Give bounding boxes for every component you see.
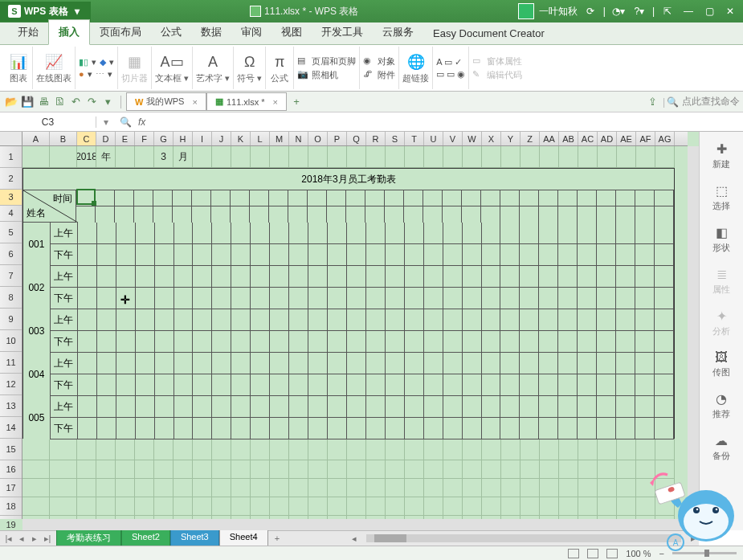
cell-AA15[interactable] [540, 439, 559, 460]
cell-I15[interactable] [193, 439, 212, 460]
attend-cell[interactable] [251, 223, 270, 244]
cell-C16[interactable] [77, 460, 96, 479]
cell-Y1[interactable] [501, 146, 521, 168]
attend-cell[interactable] [289, 396, 308, 418]
attend-cell[interactable] [193, 288, 212, 309]
cell-AG16[interactable] [655, 460, 675, 479]
attend-cell[interactable] [78, 309, 97, 331]
attend-cell[interactable] [212, 266, 231, 288]
cell-Z18[interactable] [521, 497, 540, 516]
date-header-H[interactable] [173, 206, 192, 223]
attend-cell[interactable] [231, 331, 251, 353]
cell-A18[interactable] [22, 497, 50, 516]
attend-cell[interactable] [212, 331, 231, 353]
cell-M16[interactable] [270, 460, 289, 479]
attend-cell[interactable] [155, 418, 174, 439]
attend-cell[interactable] [308, 266, 328, 288]
attend-cell[interactable] [443, 331, 463, 353]
attend-cell[interactable] [597, 331, 616, 353]
attend-cell[interactable] [443, 353, 463, 374]
attend-cell[interactable] [97, 288, 116, 309]
attend-cell[interactable] [212, 396, 231, 418]
cell-AE1[interactable] [617, 146, 636, 168]
date-header-P[interactable] [327, 206, 346, 223]
attend-cell[interactable] [597, 418, 616, 439]
row-header-1[interactable]: 1 [0, 146, 22, 168]
col-header-M[interactable]: M [270, 132, 289, 145]
date-header-D[interactable] [96, 206, 115, 223]
qat-button[interactable]: ↷ [84, 94, 100, 110]
add-doc-tab[interactable]: + [288, 94, 304, 110]
doc-tab[interactable]: ▦111.xlsx *× [206, 92, 287, 111]
cell-D15[interactable] [96, 439, 116, 460]
cell-X17[interactable] [482, 479, 501, 497]
attend-cell[interactable] [136, 374, 155, 396]
attend-cell[interactable] [578, 418, 597, 439]
attend-cell[interactable] [578, 331, 597, 353]
attend-cell[interactable] [386, 244, 405, 266]
date-header-D[interactable] [96, 190, 115, 206]
help-icon[interactable]: ?▾ [631, 3, 647, 19]
attend-cell[interactable] [116, 396, 136, 418]
attend-cell[interactable] [597, 244, 616, 266]
cell-S1[interactable] [386, 146, 405, 168]
row-header-17[interactable]: 17 [0, 479, 22, 497]
attend-cell[interactable] [308, 309, 328, 331]
attend-cell[interactable] [558, 309, 578, 331]
col-header-AA[interactable]: AA [540, 132, 559, 145]
col-header-AB[interactable]: AB [559, 132, 578, 145]
attend-cell[interactable] [78, 266, 97, 288]
attend-cell[interactable] [500, 244, 520, 266]
attend-cell[interactable] [231, 418, 251, 439]
attend-cell[interactable] [193, 374, 212, 396]
col-header-O[interactable]: O [308, 132, 328, 145]
zoom-label[interactable]: 100 % [626, 549, 651, 558]
cell-AC15[interactable] [578, 439, 598, 460]
date-header-K[interactable] [231, 206, 250, 223]
row-header-10[interactable]: 10 [0, 330, 22, 352]
cell-W17[interactable] [463, 479, 482, 497]
attend-cell[interactable] [655, 396, 674, 418]
attend-cell[interactable] [463, 223, 482, 244]
attend-cell[interactable] [231, 374, 251, 396]
col-header-A[interactable]: A [22, 132, 50, 145]
col-header-AF[interactable]: AF [636, 132, 655, 145]
cell-O18[interactable] [308, 497, 328, 516]
cell-V1[interactable] [443, 146, 463, 168]
attend-cell[interactable] [500, 396, 520, 418]
cell-grid[interactable]: 2018年3月2018年3月员工考勤表时间姓名001上午下午002上午下午003… [22, 146, 688, 519]
attend-cell[interactable] [78, 418, 97, 439]
col-header-I[interactable]: I [193, 132, 212, 145]
cell-I16[interactable] [193, 460, 212, 479]
attend-cell[interactable] [136, 223, 155, 244]
date-header-E[interactable] [115, 206, 134, 223]
cell-Z16[interactable] [521, 460, 540, 479]
attend-cell[interactable] [463, 353, 482, 374]
attend-cell[interactable] [116, 244, 136, 266]
attend-cell[interactable] [97, 266, 116, 288]
attend-cell[interactable] [655, 223, 674, 244]
attend-cell[interactable] [443, 223, 463, 244]
col-header-G[interactable]: G [154, 132, 174, 145]
cell-K17[interactable] [231, 479, 251, 497]
app-menu-dropdown[interactable]: ▾ [71, 6, 83, 17]
attend-cell[interactable] [405, 353, 424, 374]
view-break-icon[interactable] [606, 549, 618, 558]
attend-cell[interactable] [539, 309, 558, 331]
attend-cell[interactable] [520, 288, 539, 309]
qat-button[interactable]: 🖻 [51, 94, 67, 110]
attend-cell[interactable] [597, 223, 616, 244]
menu-Easy Document Creator[interactable]: Easy Document Creator [423, 22, 554, 44]
pin-icon[interactable]: ⇱ [659, 3, 676, 19]
attend-cell[interactable] [366, 353, 386, 374]
attend-cell[interactable] [231, 353, 251, 374]
attend-cell[interactable] [193, 396, 212, 418]
cell-X15[interactable] [482, 439, 501, 460]
cell-AG15[interactable] [655, 439, 675, 460]
cell-AD17[interactable] [598, 479, 617, 497]
attend-cell[interactable] [308, 396, 328, 418]
attend-cell[interactable] [424, 309, 443, 331]
cell-I17[interactable] [193, 479, 212, 497]
menu-数据[interactable]: 数据 [191, 20, 231, 44]
tab-nav-last[interactable]: ▸| [42, 533, 53, 544]
